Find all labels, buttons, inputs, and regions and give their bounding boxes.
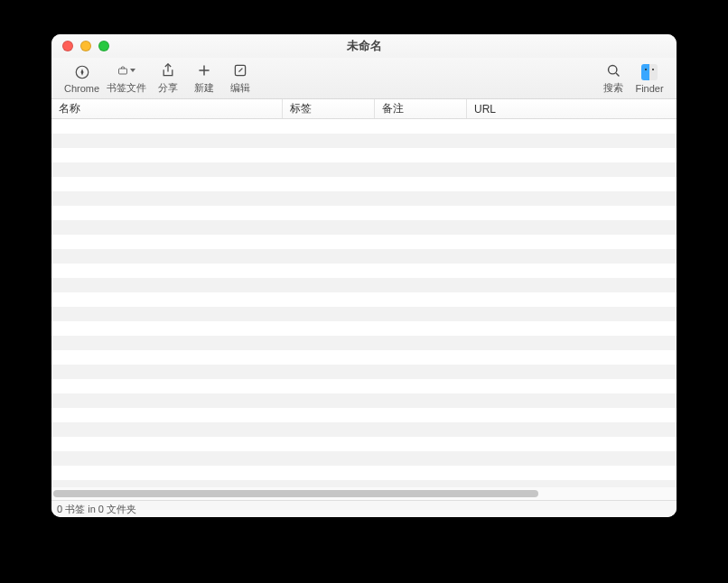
close-window-button[interactable] — [62, 41, 73, 51]
horizontal-scrollbar-track[interactable] — [51, 487, 677, 500]
finder-label: Finder — [635, 83, 663, 94]
bookmarks-file-button[interactable]: 书签文件 — [103, 59, 150, 98]
table-row[interactable] — [51, 393, 677, 408]
table-row[interactable] — [51, 321, 677, 336]
chrome-label: Chrome — [64, 83, 99, 94]
new-label: 新建 — [194, 81, 214, 95]
table-row[interactable] — [51, 148, 677, 162]
table-row[interactable] — [51, 466, 677, 480]
minimize-window-button[interactable] — [80, 41, 91, 51]
svg-marker-1 — [80, 69, 83, 76]
table-row[interactable] — [51, 220, 677, 235]
column-header-tag[interactable]: 标签 — [283, 99, 375, 118]
table-row[interactable] — [51, 177, 677, 191]
share-label: 分享 — [158, 81, 178, 95]
edit-button[interactable]: 编辑 — [222, 59, 258, 98]
plus-icon — [195, 61, 213, 79]
search-icon — [604, 61, 622, 79]
table-row[interactable] — [51, 336, 677, 350]
chevron-down-icon — [130, 69, 135, 72]
status-text: 0 书签 in 0 文件夹 — [57, 503, 136, 516]
table-row[interactable] — [51, 134, 677, 148]
table-row[interactable] — [51, 292, 677, 307]
table-row[interactable] — [51, 278, 677, 292]
share-button[interactable]: 分享 — [150, 59, 186, 98]
traffic-lights — [51, 34, 109, 58]
table-row[interactable] — [51, 235, 677, 249]
table-row[interactable] — [51, 162, 677, 177]
table-header: 名称 标签 备注 URL — [51, 99, 677, 119]
table-row[interactable] — [51, 437, 677, 451]
column-header-note[interactable]: 备注 — [375, 99, 467, 118]
status-bar: 0 书签 in 0 文件夹 — [51, 500, 677, 517]
zoom-window-button[interactable] — [98, 41, 109, 51]
table-row[interactable] — [51, 451, 677, 466]
search-label: 搜索 — [603, 81, 623, 95]
column-header-name[interactable]: 名称 — [51, 99, 283, 118]
table-row[interactable] — [51, 408, 677, 422]
table-row[interactable] — [51, 264, 677, 278]
app-window: 未命名 Chrome 书签文件 — [51, 34, 677, 517]
compass-icon — [73, 63, 91, 81]
bookmarks-file-label: 书签文件 — [107, 81, 146, 95]
table-body — [51, 119, 677, 487]
new-button[interactable]: 新建 — [186, 59, 222, 98]
svg-rect-2 — [119, 69, 127, 74]
chrome-button[interactable]: Chrome — [61, 59, 103, 98]
finder-button[interactable]: Finder — [631, 59, 667, 98]
table-row[interactable] — [51, 191, 677, 206]
share-icon — [159, 61, 177, 79]
table-row[interactable] — [51, 206, 677, 220]
search-button[interactable]: 搜索 — [595, 59, 631, 98]
table-row[interactable] — [51, 480, 677, 487]
column-header-url[interactable]: URL — [467, 99, 677, 118]
briefcase-icon — [117, 61, 135, 79]
table-row[interactable] — [51, 365, 677, 379]
svg-point-4 — [608, 65, 616, 73]
table-row[interactable] — [51, 307, 677, 321]
toolbar: Chrome 书签文件 分享 — [51, 58, 677, 99]
edit-icon — [231, 61, 249, 79]
table-row[interactable] — [51, 249, 677, 264]
table-row[interactable] — [51, 422, 677, 437]
table-row[interactable] — [51, 119, 677, 134]
table-row[interactable] — [51, 379, 677, 393]
horizontal-scrollbar-thumb[interactable] — [53, 490, 538, 497]
table-row[interactable] — [51, 350, 677, 365]
titlebar: 未命名 — [51, 34, 677, 58]
window-title: 未命名 — [51, 38, 677, 54]
edit-label: 编辑 — [230, 81, 250, 95]
finder-icon — [640, 63, 658, 81]
